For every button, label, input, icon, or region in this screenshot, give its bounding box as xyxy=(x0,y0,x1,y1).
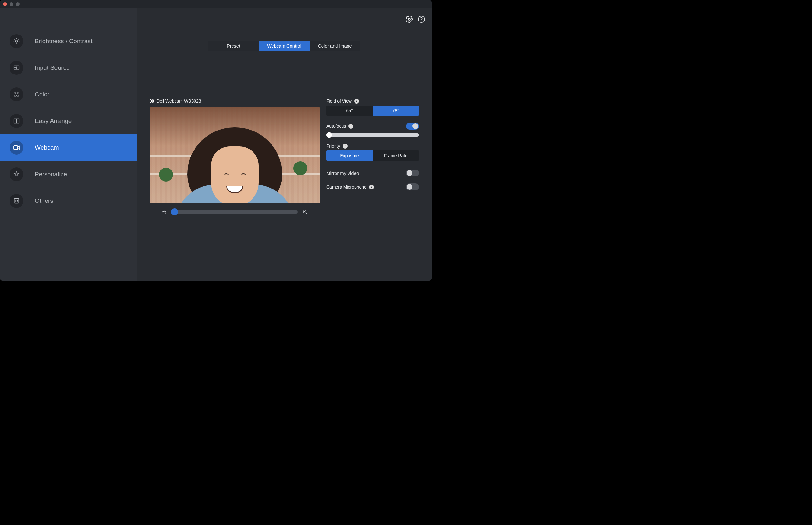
svg-rect-7 xyxy=(14,146,18,150)
camera-device-label: Dell Webcam WB3023 xyxy=(150,99,320,104)
sidebar-item-input-source[interactable]: Input Source xyxy=(0,55,137,81)
sidebar-item-label: Color xyxy=(35,91,49,98)
zoom-out-icon[interactable] xyxy=(162,209,167,215)
controls-column: Field of View i 65° 78° Autofocus i xyxy=(326,99,419,281)
help-button[interactable] xyxy=(417,15,426,24)
others-icon xyxy=(10,194,24,208)
svg-point-2 xyxy=(14,92,19,97)
autofocus-toggle[interactable] xyxy=(406,123,419,130)
info-icon[interactable]: i xyxy=(348,124,353,129)
zoom-slider-row xyxy=(162,209,308,215)
color-icon xyxy=(10,88,24,101)
focus-slider-thumb[interactable] xyxy=(326,132,332,138)
camera-indicator-icon xyxy=(150,99,154,103)
svg-point-9 xyxy=(408,18,410,20)
tab-preset[interactable]: Preset xyxy=(208,41,259,51)
preview-column: Dell Webcam WB3023 xyxy=(150,99,320,281)
app-window: Brightness / Contrast Input Source Color… xyxy=(0,0,432,281)
mic-label: Camera Microphone xyxy=(326,184,366,190)
svg-point-5 xyxy=(16,95,17,96)
svg-point-0 xyxy=(15,40,17,42)
info-icon[interactable]: i xyxy=(354,99,359,104)
titlebar xyxy=(0,0,432,8)
priority-option-exposure[interactable]: Exposure xyxy=(326,150,373,161)
sidebar-item-label: Input Source xyxy=(35,64,70,71)
fov-label: Field of View xyxy=(326,99,352,104)
svg-point-4 xyxy=(17,93,18,94)
webcam-icon xyxy=(10,141,24,155)
mirror-label: Mirror my video xyxy=(326,170,359,176)
sidebar-item-label: Easy Arrange xyxy=(35,118,72,124)
window-zoom-button[interactable] xyxy=(16,2,20,6)
tab-bar: Preset Webcam Control Color and Image xyxy=(137,41,432,51)
svg-point-11 xyxy=(421,20,422,21)
priority-segmented: Exposure Frame Rate xyxy=(326,150,419,161)
priority-option-frame-rate[interactable]: Frame Rate xyxy=(373,150,419,161)
personalize-icon xyxy=(10,167,24,181)
window-close-button[interactable] xyxy=(3,2,7,6)
content-area: Dell Webcam WB3023 xyxy=(137,99,432,281)
zoom-slider-thumb[interactable] xyxy=(171,209,178,215)
sidebar-item-label: Brightness / Contrast xyxy=(35,38,92,45)
sidebar-item-personalize[interactable]: Personalize xyxy=(0,161,137,188)
info-icon[interactable]: i xyxy=(343,144,348,149)
sidebar-item-label: Personalize xyxy=(35,171,67,178)
sidebar-item-color[interactable]: Color xyxy=(0,81,137,108)
tab-webcam-control[interactable]: Webcam Control xyxy=(259,41,310,51)
tab-color-image[interactable]: Color and Image xyxy=(310,41,360,51)
mic-toggle[interactable] xyxy=(406,183,419,191)
priority-label: Priority xyxy=(326,144,340,149)
sidebar-item-label: Others xyxy=(35,197,53,204)
focus-slider[interactable] xyxy=(326,133,419,137)
zoom-slider[interactable] xyxy=(172,210,298,213)
webcam-preview xyxy=(150,107,320,204)
window-body: Brightness / Contrast Input Source Color… xyxy=(0,8,432,281)
fov-option-78[interactable]: 78° xyxy=(373,105,419,116)
sidebar: Brightness / Contrast Input Source Color… xyxy=(0,8,137,281)
mic-control: Camera Microphone i xyxy=(326,183,419,191)
topbar xyxy=(137,8,432,30)
sidebar-item-others[interactable]: Others xyxy=(0,188,137,214)
fov-option-65[interactable]: 65° xyxy=(326,105,373,116)
settings-button[interactable] xyxy=(405,15,414,24)
input-source-icon xyxy=(10,61,24,75)
sidebar-item-easy-arrange[interactable]: Easy Arrange xyxy=(0,108,137,134)
sidebar-item-label: Webcam xyxy=(35,144,59,151)
mirror-control: Mirror my video xyxy=(326,169,419,177)
svg-rect-8 xyxy=(14,199,19,204)
autofocus-label: Autofocus xyxy=(326,123,346,129)
window-minimize-button[interactable] xyxy=(10,2,13,6)
fov-control: Field of View i 65° 78° xyxy=(326,99,419,116)
autofocus-control: Autofocus i xyxy=(326,123,419,137)
zoom-in-icon[interactable] xyxy=(302,209,308,215)
info-icon[interactable]: i xyxy=(369,185,374,190)
fov-segmented: 65° 78° xyxy=(326,105,419,116)
camera-device-name: Dell Webcam WB3023 xyxy=(156,99,201,104)
priority-control: Priority i Exposure Frame Rate xyxy=(326,144,419,161)
mirror-toggle[interactable] xyxy=(406,169,419,177)
easy-arrange-icon xyxy=(10,114,24,128)
main-panel: Preset Webcam Control Color and Image De… xyxy=(137,8,432,281)
sidebar-item-webcam[interactable]: Webcam xyxy=(0,134,137,161)
sidebar-item-brightness[interactable]: Brightness / Contrast xyxy=(0,28,137,55)
svg-point-3 xyxy=(15,93,16,94)
brightness-icon xyxy=(10,34,24,48)
